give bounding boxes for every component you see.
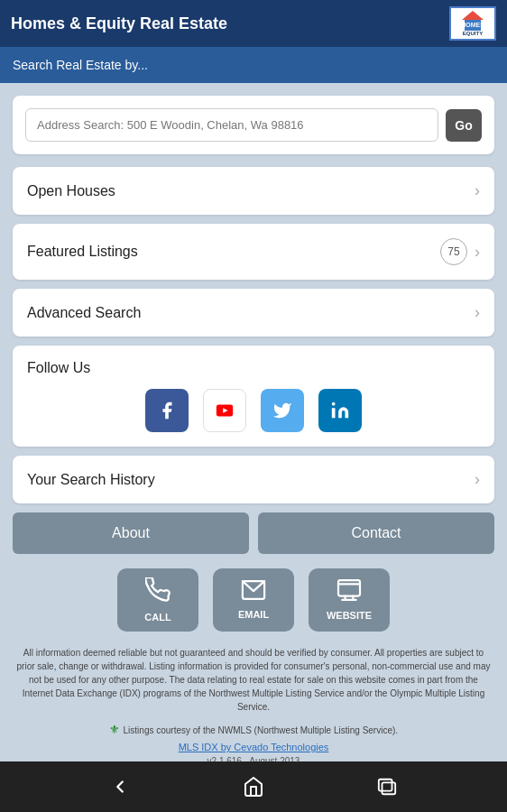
go-button[interactable]: Go	[446, 109, 482, 142]
twitter-icon[interactable]	[261, 389, 304, 432]
nav-bar	[0, 761, 507, 812]
chevron-icon: ›	[475, 181, 480, 200]
chevron-icon: ›	[475, 243, 480, 262]
follow-box: Follow Us	[13, 346, 494, 447]
menu-item-search-history[interactable]: Your Search History ›	[13, 456, 494, 503]
mls-link[interactable]: MLS IDX by Cevado Technologies	[13, 742, 494, 752]
search-history-label: Your Search History	[27, 472, 155, 488]
disclaimer-text: All information deemed reliable but not …	[13, 646, 494, 714]
youtube-icon[interactable]	[203, 389, 246, 432]
svg-point-2	[332, 402, 336, 406]
advanced-search-label: Advanced Search	[27, 305, 141, 321]
chevron-icon: ›	[475, 470, 480, 489]
sub-header: Search Real Estate by...	[0, 47, 507, 83]
logo-house-icon	[462, 11, 484, 20]
menu-item-open-houses[interactable]: Open Houses ›	[13, 167, 494, 215]
linkedin-icon[interactable]	[318, 389, 362, 432]
email-icon	[241, 580, 266, 605]
header: Homes & Equity Real Estate HOMES EQUITY	[0, 0, 507, 47]
website-icon	[336, 579, 362, 606]
logo-inner: HOMES EQUITY	[462, 11, 484, 37]
featured-listings-left: Featured Listings	[27, 244, 138, 260]
chevron-icon: ›	[475, 303, 480, 322]
main-content: Go Open Houses › Featured Listings 75 › …	[0, 83, 507, 761]
search-box: Go	[13, 96, 494, 154]
svg-rect-4	[338, 580, 360, 595]
open-houses-label: Open Houses	[27, 183, 115, 199]
recents-button[interactable]	[377, 777, 397, 797]
menu-item-featured-listings[interactable]: Featured Listings 75 ›	[13, 224, 494, 280]
menu-item-advanced-search[interactable]: Advanced Search ›	[13, 289, 494, 337]
logo-text: HOMES	[461, 22, 484, 29]
search-input[interactable]	[25, 108, 438, 142]
email-label: EMAIL	[238, 609, 269, 620]
social-icons	[27, 389, 480, 432]
contact-icons: CALL EMAIL WEBSITE	[13, 568, 494, 632]
contact-button[interactable]: Contact	[258, 512, 494, 554]
home-button[interactable]	[243, 776, 264, 798]
nwmls-icon: ⚜	[109, 723, 124, 736]
featured-listings-right: 75 ›	[440, 238, 480, 265]
nwmls-text: Listings courtesy of the NWMLS (Northwes…	[124, 725, 399, 735]
logo-body: HOMES	[465, 20, 481, 31]
logo-subtext: EQUITY	[463, 31, 483, 37]
header-logo: HOMES EQUITY	[449, 6, 496, 41]
featured-listings-badge: 75	[440, 238, 467, 265]
svg-rect-10	[382, 782, 395, 794]
website-label: WEBSITE	[327, 610, 372, 621]
call-icon	[145, 577, 171, 608]
website-button[interactable]: WEBSITE	[309, 568, 390, 632]
about-button[interactable]: About	[13, 512, 249, 554]
facebook-icon[interactable]	[145, 389, 189, 432]
call-button[interactable]: CALL	[117, 568, 198, 632]
svg-rect-9	[378, 780, 392, 791]
back-button[interactable]	[110, 777, 130, 797]
action-buttons: About Contact	[13, 512, 494, 554]
email-button[interactable]: EMAIL	[213, 568, 294, 632]
header-title: Homes & Equity Real Estate	[11, 14, 227, 33]
follow-title: Follow Us	[27, 360, 480, 376]
featured-listings-label: Featured Listings	[27, 244, 138, 260]
call-label: CALL	[144, 612, 171, 623]
nwmls-line: ⚜ Listings courtesy of the NWMLS (Northw…	[13, 723, 494, 736]
sub-header-text: Search Real Estate by...	[13, 58, 148, 72]
